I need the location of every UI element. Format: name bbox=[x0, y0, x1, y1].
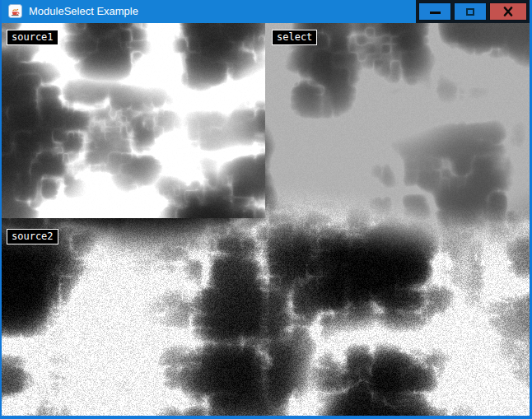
window-controls bbox=[416, 0, 530, 23]
close-icon bbox=[503, 7, 513, 16]
source1-inset-canvas bbox=[2, 23, 265, 218]
label-select: select bbox=[272, 30, 317, 45]
window-title: ModuleSelect Example bbox=[29, 0, 138, 23]
titlebar[interactable]: ModuleSelect Example bbox=[2, 0, 530, 23]
java-coffee-cup-icon bbox=[8, 4, 22, 18]
render-viewport: source1 select source2 bbox=[2, 23, 530, 416]
maximize-button[interactable] bbox=[454, 2, 487, 21]
app-window: ModuleSelect Example source1 select sour… bbox=[0, 0, 532, 419]
label-source1: source1 bbox=[7, 30, 58, 45]
minimize-icon bbox=[430, 12, 441, 14]
minimize-button[interactable] bbox=[418, 2, 451, 21]
maximize-icon bbox=[466, 8, 474, 16]
close-button[interactable] bbox=[489, 2, 527, 21]
label-source2: source2 bbox=[7, 229, 58, 244]
